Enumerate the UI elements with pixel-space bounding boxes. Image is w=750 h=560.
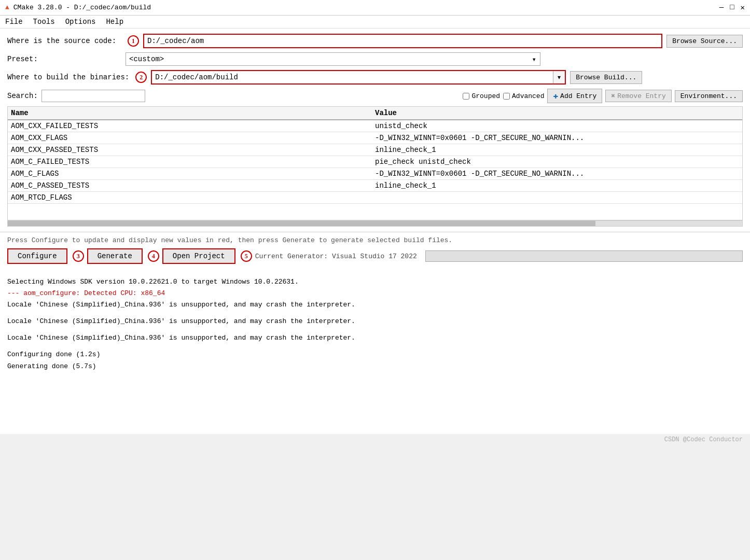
- progress-bar: [425, 250, 743, 262]
- col-name-header: Name: [11, 109, 375, 117]
- title-bar: ▲ CMake 3.28.0 - D:/_codec/aom/build — □…: [0, 0, 750, 16]
- watermark: CSDN @Codec Conductor: [0, 434, 750, 445]
- source-input-wrapper: [143, 34, 662, 48]
- annotation-2: 2: [135, 72, 147, 83]
- advanced-checkbox-label[interactable]: Advanced: [503, 92, 544, 100]
- table-row[interactable]: AOM_C_PASSED_TESTS inline_check_1: [8, 180, 742, 192]
- app-icon: ▲: [5, 4, 9, 11]
- button-row: Configure 3 Generate 4 Open Project 5 Cu…: [7, 248, 743, 264]
- generator-label: Current Generator: Visual Studio 17 2022: [255, 253, 417, 260]
- menu-help[interactable]: Help: [106, 18, 123, 26]
- table-row[interactable]: AOM_CXX_PASSED_TESTS inline_check_1: [8, 144, 742, 156]
- build-input[interactable]: [152, 71, 553, 83]
- log-line: Locale 'Chinese (Simplified)_China.936' …: [7, 299, 743, 311]
- grouped-checkbox[interactable]: [463, 93, 469, 100]
- source-input[interactable]: [144, 35, 661, 47]
- preset-select-wrapper: <custom>: [126, 52, 540, 66]
- browse-source-button[interactable]: Browse Source...: [666, 35, 743, 48]
- generate-button[interactable]: Generate: [87, 248, 143, 264]
- maximize-button[interactable]: □: [730, 3, 734, 12]
- menubar: File Tools Options Help: [0, 16, 750, 29]
- plus-icon: ✚: [553, 91, 558, 101]
- table-row[interactable]: AOM_C_FAILED_TESTS pie_check unistd_chec…: [8, 156, 742, 168]
- add-entry-button[interactable]: ✚ Add Entry: [547, 89, 602, 103]
- menu-options[interactable]: Options: [65, 18, 96, 26]
- table-row[interactable]: AOM_CXX_FAILED_TESTS unistd_check: [8, 120, 742, 132]
- col-value-header: Value: [375, 109, 739, 117]
- close-button[interactable]: ✕: [741, 3, 745, 12]
- log-spacer: [7, 344, 743, 349]
- log-spacer: [7, 327, 743, 332]
- build-row: Where to build the binaries: 2 ▾ Browse …: [7, 70, 743, 85]
- table-row[interactable]: AOM_CXX_FLAGS -D_WIN32_WINNT=0x0601 -D_C…: [8, 132, 742, 144]
- menu-file[interactable]: File: [5, 18, 23, 26]
- minimize-button[interactable]: —: [719, 3, 724, 12]
- annotation-1: 1: [128, 35, 139, 47]
- advanced-label: Advanced: [512, 92, 544, 100]
- remove-entry-button[interactable]: ✖ Remove Entry: [605, 90, 671, 102]
- log-area: Selecting Windows SDK version 10.0.22621…: [0, 273, 750, 434]
- grouped-checkbox-label[interactable]: Grouped: [463, 92, 500, 100]
- open-project-button[interactable]: Open Project: [162, 248, 235, 264]
- table-row[interactable]: AOM_C_FLAGS -D_WIN32_WINNT=0x0601 -D_CRT…: [8, 168, 742, 180]
- horizontal-scrollbar[interactable]: [7, 220, 743, 227]
- preset-select[interactable]: <custom>: [126, 52, 540, 66]
- preset-label: Preset:: [7, 55, 121, 63]
- log-line: --- aom_configure: Detected CPU: x86_64: [7, 288, 743, 299]
- search-label: Search:: [7, 92, 38, 100]
- annotation-5: 5: [241, 250, 252, 262]
- browse-build-button[interactable]: Browse Build...: [570, 71, 642, 84]
- log-line: Locale 'Chinese (Simplified)_China.936' …: [7, 332, 743, 344]
- build-dropdown-button[interactable]: ▾: [553, 71, 565, 83]
- x-icon: ✖: [611, 92, 615, 100]
- table-row[interactable]: AOM_RTCD_FLAGS: [8, 192, 742, 204]
- log-spacer: [7, 311, 743, 316]
- environment-button[interactable]: Environment...: [675, 90, 743, 102]
- grouped-label: Grouped: [471, 92, 500, 100]
- annotation-4: 4: [148, 250, 159, 262]
- entries-table: Name Value AOM_CXX_FAILED_TESTS unistd_c…: [7, 106, 743, 220]
- advanced-checkbox[interactable]: [503, 93, 510, 100]
- info-text: Press Configure to update and display ne…: [7, 236, 743, 244]
- table-header: Name Value: [8, 107, 742, 120]
- source-label: Where is the source code:: [7, 37, 121, 45]
- window-title: CMake 3.28.0 - D:/_codec/aom/build: [13, 4, 151, 11]
- scrollbar-thumb-h[interactable]: [8, 221, 595, 226]
- log-line: Locale 'Chinese (Simplified)_China.936' …: [7, 316, 743, 327]
- menu-tools[interactable]: Tools: [33, 18, 55, 26]
- bottom-panel: Press Configure to update and display ne…: [0, 232, 750, 273]
- source-row: Where is the source code: 1 Browse Sourc…: [7, 34, 743, 48]
- preset-row: Preset: <custom>: [7, 52, 743, 66]
- annotation-3: 3: [73, 250, 84, 262]
- log-line: Selecting Windows SDK version 10.0.22621…: [7, 276, 743, 288]
- configure-button[interactable]: Configure: [7, 248, 67, 264]
- log-line: Configuring done (1.2s): [7, 349, 743, 360]
- log-line: Generating done (5.7s): [7, 361, 743, 372]
- main-panel: Where is the source code: 1 Browse Sourc…: [0, 29, 750, 232]
- build-label: Where to build the binaries:: [7, 73, 129, 81]
- toolbar-row: Search: Grouped Advanced ✚ Add Entry ✖ R…: [7, 89, 743, 103]
- search-input[interactable]: [41, 90, 145, 102]
- build-input-wrapper: ▾: [151, 70, 566, 85]
